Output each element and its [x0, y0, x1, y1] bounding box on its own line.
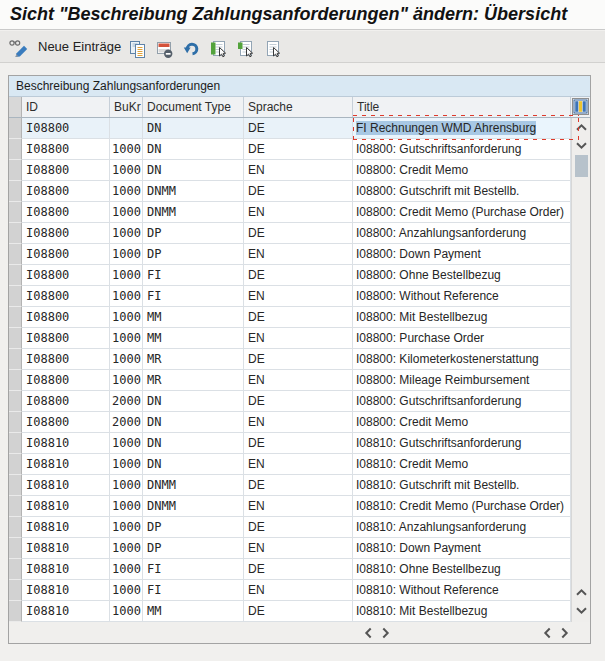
row-selector[interactable]	[9, 538, 22, 559]
cell-sprache[interactable]: DE	[244, 139, 353, 160]
cell-id[interactable]: I08800	[22, 370, 110, 391]
cell-id[interactable]: I08800	[22, 139, 110, 160]
cell-sprache[interactable]: DE	[244, 118, 353, 139]
cell-id[interactable]: I08800	[22, 244, 110, 265]
row-selector[interactable]	[9, 223, 22, 244]
cell-bukr[interactable]: 1000	[110, 202, 143, 223]
cell-bukr[interactable]: 1000	[110, 370, 143, 391]
cell-id[interactable]: I08810	[22, 538, 110, 559]
cell-bukr[interactable]: 1000	[110, 601, 143, 622]
cell-title[interactable]: I08800: Purchase Order	[353, 328, 571, 349]
cell-sprache[interactable]: DE	[244, 307, 353, 328]
row-selector[interactable]	[9, 496, 22, 517]
undo-button[interactable]	[182, 40, 201, 59]
cell-sprache[interactable]: DE	[244, 349, 353, 370]
cell-sprache[interactable]: DE	[244, 223, 353, 244]
cell-id[interactable]: I08810	[22, 475, 110, 496]
cell-id[interactable]: I08800	[22, 118, 110, 139]
copy-entries-button[interactable]	[128, 40, 147, 59]
scroll-right-button[interactable]	[377, 626, 392, 640]
row-selector[interactable]	[9, 559, 22, 580]
cell-title[interactable]: FI Rechnungen WMD Ahrensburg	[353, 118, 571, 139]
column-header-sprache[interactable]: Sprache	[244, 97, 353, 117]
column-header-id[interactable]: ID	[22, 97, 110, 117]
cell-bukr[interactable]: 1000	[110, 538, 143, 559]
cell-sprache[interactable]: EN	[244, 328, 353, 349]
row-selector[interactable]	[9, 181, 22, 202]
cell-title[interactable]: I08800: Credit Memo	[353, 160, 571, 181]
cell-document-type[interactable]: FI	[143, 265, 244, 286]
cell-sprache[interactable]: DE	[244, 475, 353, 496]
cell-sprache[interactable]: DE	[244, 181, 353, 202]
cell-title[interactable]: I08800: Kilometerkostenerstattung	[353, 349, 571, 370]
cell-id[interactable]: I08810	[22, 433, 110, 454]
display-change-button[interactable]	[7, 37, 31, 61]
cell-title[interactable]: I08800: Ohne Bestellbezug	[353, 265, 571, 286]
cell-document-type[interactable]: DN	[143, 412, 244, 433]
select-all-rows-header[interactable]	[9, 97, 22, 117]
cell-id[interactable]: I08800	[22, 286, 110, 307]
cell-document-type[interactable]: FI	[143, 580, 244, 601]
cell-document-type[interactable]: DN	[143, 433, 244, 454]
cell-title[interactable]: I08800: Gutschrift mit Bestellb.	[353, 181, 571, 202]
scroll-left-button[interactable]	[362, 626, 377, 640]
cell-title[interactable]: I08810: Mit Bestellbezug	[353, 601, 571, 622]
cell-sprache[interactable]: EN	[244, 412, 353, 433]
delete-row-button[interactable]	[155, 40, 174, 59]
cell-document-type[interactable]: DP	[143, 223, 244, 244]
cell-document-type[interactable]: FI	[143, 286, 244, 307]
cell-title[interactable]: I08810: Ohne Bestellbezug	[353, 559, 571, 580]
cell-bukr[interactable]: 1000	[110, 328, 143, 349]
cell-title[interactable]: I08800: Credit Memo	[353, 412, 571, 433]
cell-id[interactable]: I08810	[22, 517, 110, 538]
cell-sprache[interactable]: DE	[244, 517, 353, 538]
row-selector[interactable]	[9, 286, 22, 307]
cell-id[interactable]: I08810	[22, 601, 110, 622]
cell-bukr[interactable]: 1000	[110, 265, 143, 286]
vertical-scrollbar-thumb[interactable]	[575, 155, 588, 177]
cell-bukr[interactable]: 1000	[110, 475, 143, 496]
cell-id[interactable]: I08810	[22, 580, 110, 601]
cell-document-type[interactable]: DNMM	[143, 181, 244, 202]
cell-sprache[interactable]: EN	[244, 202, 353, 223]
cell-id[interactable]: I08800	[22, 202, 110, 223]
page-down-button[interactable]	[574, 603, 589, 617]
new-entries-button[interactable]: Neue Einträge	[38, 31, 121, 62]
cell-id[interactable]: I08800	[22, 181, 110, 202]
column-header-title[interactable]: Title	[353, 97, 571, 117]
page-up-button[interactable]	[574, 586, 589, 600]
cell-bukr[interactable]: 1000	[110, 433, 143, 454]
cell-sprache[interactable]: EN	[244, 454, 353, 475]
cell-title[interactable]: I08810: Gutschriftsanforderung	[353, 433, 571, 454]
row-selector[interactable]	[9, 307, 22, 328]
cell-document-type[interactable]: DNMM	[143, 475, 244, 496]
cell-title[interactable]: I08800: Gutschriftsanforderung	[353, 391, 571, 412]
row-selector[interactable]	[9, 349, 22, 370]
cell-bukr[interactable]: 1000	[110, 517, 143, 538]
cell-title[interactable]: I08800: Without Reference	[353, 286, 571, 307]
cell-document-type[interactable]: DN	[143, 118, 244, 139]
cell-id[interactable]: I08800	[22, 160, 110, 181]
cell-bukr[interactable]: 1000	[110, 307, 143, 328]
cell-title[interactable]: I08800: Credit Memo (Purchase Order)	[353, 202, 571, 223]
cell-title[interactable]: I08800: Gutschriftsanforderung	[353, 139, 571, 160]
row-selector[interactable]	[9, 454, 22, 475]
cell-bukr[interactable]: 1000	[110, 181, 143, 202]
cell-document-type[interactable]: MR	[143, 349, 244, 370]
row-selector[interactable]	[9, 601, 22, 622]
deselect-all-button[interactable]	[263, 40, 282, 59]
cell-bukr[interactable]	[110, 118, 143, 139]
cell-sprache[interactable]: EN	[244, 538, 353, 559]
cell-bukr[interactable]: 2000	[110, 391, 143, 412]
cell-bukr[interactable]: 1000	[110, 580, 143, 601]
row-selector[interactable]	[9, 580, 22, 601]
cell-bukr[interactable]: 1000	[110, 160, 143, 181]
cell-id[interactable]: I08800	[22, 223, 110, 244]
cell-title[interactable]: I08810: Without Reference	[353, 580, 571, 601]
cell-title[interactable]: I08800: Mit Bestellbezug	[353, 307, 571, 328]
scroll-right-button-right[interactable]	[556, 626, 571, 640]
row-selector[interactable]	[9, 517, 22, 538]
cell-id[interactable]: I08810	[22, 454, 110, 475]
cell-id[interactable]: I08800	[22, 391, 110, 412]
cell-sprache[interactable]: EN	[244, 160, 353, 181]
